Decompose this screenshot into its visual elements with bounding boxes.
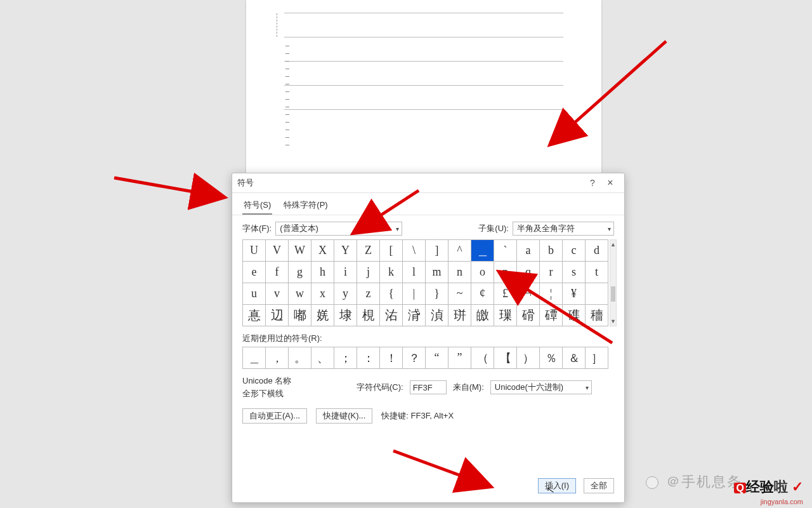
- tab-symbols[interactable]: 符号(S): [242, 197, 272, 215]
- char-cell[interactable]: y: [334, 283, 357, 305]
- recent-char-cell[interactable]: ！: [380, 347, 403, 369]
- from-select[interactable]: Unicode(十六进制) ▾: [490, 380, 592, 394]
- char-cell[interactable]: 磹: [540, 305, 563, 326]
- char-cell[interactable]: }: [426, 283, 449, 305]
- recent-char-cell[interactable]: ＿: [243, 347, 266, 369]
- close-button[interactable]: ×: [601, 177, 619, 189]
- char-cell[interactable]: ¦: [540, 283, 563, 305]
- char-cell[interactable]: 湞: [426, 305, 449, 326]
- char-cell[interactable]: o: [471, 262, 494, 283]
- char-cell[interactable]: \: [403, 240, 426, 262]
- recent-char-cell[interactable]: 、: [311, 347, 334, 369]
- char-cell[interactable]: l: [403, 262, 426, 283]
- char-cell[interactable]: U: [243, 240, 266, 262]
- font-value: (普通文本): [280, 223, 318, 234]
- char-cell[interactable]: 㛨: [311, 305, 334, 326]
- char-code-input[interactable]: FF3F: [410, 380, 447, 394]
- char-cell[interactable]: ¢: [471, 283, 494, 305]
- char-cell[interactable]: g: [289, 262, 311, 283]
- char-cell[interactable]: d: [586, 240, 608, 262]
- char-cell[interactable]: 磼: [563, 305, 586, 326]
- recent-char-cell[interactable]: ）: [517, 347, 540, 369]
- char-cell[interactable]: e: [243, 262, 266, 283]
- char-cell[interactable]: 㳓: [380, 305, 403, 326]
- char-cell[interactable]: z: [357, 283, 380, 305]
- recent-char-cell[interactable]: ”: [449, 347, 471, 369]
- char-cell[interactable]: m: [426, 262, 449, 283]
- recent-char-cell[interactable]: ］: [586, 347, 608, 369]
- char-cell[interactable]: V: [266, 240, 289, 262]
- char-cell[interactable]: x: [311, 283, 334, 305]
- char-cell[interactable]: 皦: [471, 305, 494, 326]
- char-cell[interactable]: q: [517, 262, 540, 283]
- scroll-track[interactable]: [610, 249, 616, 317]
- help-button[interactable]: ?: [584, 178, 601, 188]
- insert-button[interactable]: 插入(I): [538, 478, 576, 493]
- char-cell[interactable]: b: [540, 240, 563, 262]
- font-select[interactable]: (普通文本) ▾: [275, 222, 402, 236]
- char-cell[interactable]: {: [380, 283, 403, 305]
- char-cell[interactable]: n: [449, 262, 471, 283]
- char-cell[interactable]: W: [289, 240, 311, 262]
- subset-label: 子集(U):: [478, 223, 509, 234]
- char-cell[interactable]: p: [494, 262, 517, 283]
- char-cell[interactable]: 㻂: [449, 305, 471, 326]
- autocorrect-button[interactable]: 自动更正(A)...: [242, 408, 307, 424]
- char-cell[interactable]: f: [266, 262, 289, 283]
- recent-char-cell[interactable]: 【: [494, 347, 517, 369]
- char-cell[interactable]: i: [334, 262, 357, 283]
- char-cell[interactable]: 璅: [494, 305, 517, 326]
- char-cell[interactable]: r: [540, 262, 563, 283]
- char-cell[interactable]: [: [380, 240, 403, 262]
- char-cell[interactable]: c: [563, 240, 586, 262]
- recent-char-cell[interactable]: （: [471, 347, 494, 369]
- recent-char-cell[interactable]: ，: [266, 347, 289, 369]
- watermark-url: jingyanla.com: [761, 498, 803, 505]
- grid-scrollbar[interactable]: ▲ ▼: [610, 239, 617, 326]
- char-cell[interactable]: v: [266, 283, 289, 305]
- cancel-button[interactable]: 全部: [584, 478, 614, 493]
- char-cell[interactable]: 磆: [517, 305, 540, 326]
- tab-special-chars[interactable]: 特殊字符(P): [282, 197, 329, 215]
- char-cell[interactable]: 辺: [266, 305, 289, 326]
- recent-char-cell[interactable]: ？: [403, 347, 426, 369]
- scroll-up-icon[interactable]: ▲: [610, 240, 616, 249]
- char-cell[interactable]: £: [494, 283, 517, 305]
- char-cell[interactable]: ＿: [471, 240, 494, 262]
- char-cell[interactable]: 梘: [357, 305, 380, 326]
- recent-char-cell[interactable]: ；: [334, 347, 357, 369]
- char-cell[interactable]: ~: [449, 283, 471, 305]
- scroll-down-icon[interactable]: ▼: [610, 317, 616, 326]
- char-cell[interactable]: Y: [334, 240, 357, 262]
- recent-char-cell[interactable]: ：: [357, 347, 380, 369]
- char-cell[interactable]: `: [494, 240, 517, 262]
- char-cell[interactable]: ¥: [563, 283, 586, 305]
- char-cell[interactable]: j: [357, 262, 380, 283]
- char-cell[interactable]: X: [311, 240, 334, 262]
- recent-char-cell[interactable]: ＆: [563, 347, 586, 369]
- char-cell[interactable]: ¬: [517, 283, 540, 305]
- char-cell[interactable]: ^: [449, 240, 471, 262]
- recent-char-cell[interactable]: “: [426, 347, 449, 369]
- char-cell[interactable]: |: [403, 283, 426, 305]
- recent-char-cell[interactable]: 。: [289, 347, 311, 369]
- char-cell[interactable]: 嘟: [289, 305, 311, 326]
- char-cell[interactable]: 埭: [334, 305, 357, 326]
- char-cell[interactable]: Z: [357, 240, 380, 262]
- char-cell[interactable]: a: [517, 240, 540, 262]
- char-cell[interactable]: 穯: [586, 305, 608, 326]
- char-cell[interactable]: s: [563, 262, 586, 283]
- char-cell[interactable]: 惪: [243, 305, 266, 326]
- char-cell[interactable]: [586, 283, 608, 305]
- recent-char-cell[interactable]: ％: [540, 347, 563, 369]
- char-cell[interactable]: t: [586, 262, 608, 283]
- char-cell[interactable]: w: [289, 283, 311, 305]
- char-cell[interactable]: k: [380, 262, 403, 283]
- char-cell[interactable]: ]: [426, 240, 449, 262]
- scroll-thumb[interactable]: [611, 286, 615, 302]
- char-cell[interactable]: 浳: [403, 305, 426, 326]
- subset-select[interactable]: 半角及全角字符 ▾: [513, 222, 614, 236]
- shortcut-key-button[interactable]: 快捷键(K)...: [316, 408, 372, 424]
- char-cell[interactable]: h: [311, 262, 334, 283]
- char-cell[interactable]: u: [243, 283, 266, 305]
